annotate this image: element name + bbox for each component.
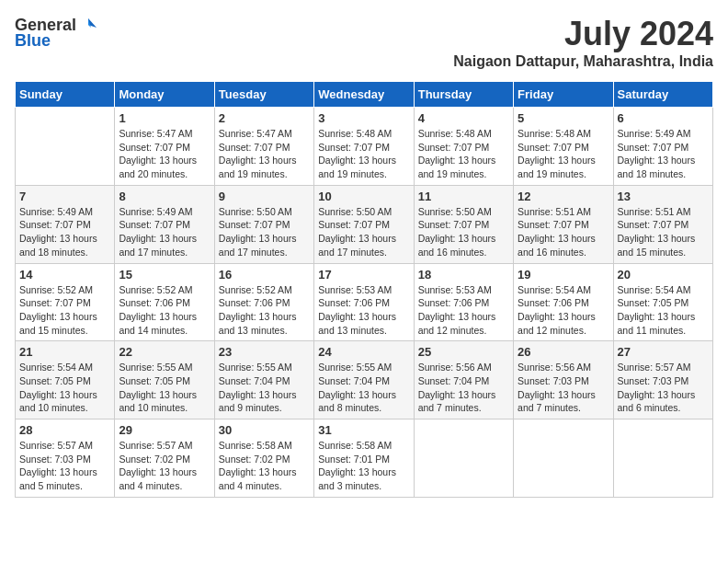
day-number: 31 [318, 423, 409, 437]
day-number: 20 [618, 268, 709, 282]
day-info: Sunrise: 5:57 AMSunset: 7:03 PMDaylight:… [618, 361, 709, 415]
day-number: 19 [518, 268, 609, 282]
day-number: 12 [518, 190, 609, 203]
day-number: 5 [518, 111, 609, 125]
table-row: 22Sunrise: 5:55 AMSunset: 7:05 PMDayligh… [115, 341, 214, 419]
day-info: Sunrise: 5:50 AMSunset: 7:07 PMDaylight:… [219, 205, 310, 259]
table-row: 19Sunrise: 5:54 AMSunset: 7:06 PMDayligh… [514, 263, 613, 341]
day-info: Sunrise: 5:57 AMSunset: 7:03 PMDaylight:… [19, 439, 110, 493]
table-row: 25Sunrise: 5:56 AMSunset: 7:04 PMDayligh… [414, 341, 513, 419]
table-row [16, 108, 115, 186]
day-number: 17 [318, 268, 409, 282]
day-number: 8 [119, 190, 210, 203]
logo: General Blue [15, 15, 98, 51]
day-info: Sunrise: 5:54 AMSunset: 7:05 PMDaylight:… [618, 283, 709, 338]
day-number: 7 [19, 190, 110, 203]
day-info: Sunrise: 5:55 AMSunset: 7:04 PMDaylight:… [219, 361, 310, 415]
table-row: 26Sunrise: 5:56 AMSunset: 7:03 PMDayligh… [514, 341, 613, 419]
col-tuesday: Tuesday [214, 82, 313, 108]
table-row [414, 419, 513, 498]
day-info: Sunrise: 5:53 AMSunset: 7:06 PMDaylight:… [318, 283, 409, 338]
col-thursday: Thursday [414, 82, 513, 108]
day-number: 16 [219, 268, 310, 282]
page-container: General Blue July 2024 Naigaon Dattapur,… [15, 15, 713, 498]
calendar-table: Sunday Monday Tuesday Wednesday Thursday… [15, 81, 713, 498]
day-info: Sunrise: 5:47 AMSunset: 7:07 PMDaylight:… [119, 127, 210, 181]
table-row: 29Sunrise: 5:57 AMSunset: 7:02 PMDayligh… [115, 419, 214, 498]
table-row: 23Sunrise: 5:55 AMSunset: 7:04 PMDayligh… [214, 341, 313, 419]
table-row: 14Sunrise: 5:52 AMSunset: 7:07 PMDayligh… [16, 263, 115, 341]
table-row: 12Sunrise: 5:51 AMSunset: 7:07 PMDayligh… [514, 185, 613, 263]
day-info: Sunrise: 5:50 AMSunset: 7:07 PMDaylight:… [318, 205, 409, 259]
calendar-week-row: 7Sunrise: 5:49 AMSunset: 7:07 PMDaylight… [16, 185, 713, 263]
day-info: Sunrise: 5:49 AMSunset: 7:07 PMDaylight:… [119, 205, 210, 259]
logo-bird-icon [78, 15, 98, 35]
day-number: 27 [618, 345, 709, 359]
day-info: Sunrise: 5:51 AMSunset: 7:07 PMDaylight:… [518, 205, 609, 259]
day-info: Sunrise: 5:55 AMSunset: 7:04 PMDaylight:… [318, 361, 409, 415]
table-row: 20Sunrise: 5:54 AMSunset: 7:05 PMDayligh… [613, 263, 712, 341]
day-info: Sunrise: 5:56 AMSunset: 7:04 PMDaylight:… [418, 361, 509, 415]
header-row: Sunday Monday Tuesday Wednesday Thursday… [16, 82, 713, 108]
month-title: July 2024 [453, 15, 713, 53]
day-number: 18 [418, 268, 509, 282]
day-number: 28 [19, 423, 110, 437]
day-info: Sunrise: 5:54 AMSunset: 7:05 PMDaylight:… [19, 361, 110, 415]
location-title: Naigaon Dattapur, Maharashtra, India [453, 53, 713, 70]
table-row: 31Sunrise: 5:58 AMSunset: 7:01 PMDayligh… [314, 419, 414, 498]
table-row: 30Sunrise: 5:58 AMSunset: 7:02 PMDayligh… [214, 419, 313, 498]
col-monday: Monday [115, 82, 214, 108]
day-info: Sunrise: 5:48 AMSunset: 7:07 PMDaylight:… [418, 127, 509, 181]
day-number: 3 [318, 111, 409, 125]
col-sunday: Sunday [16, 82, 115, 108]
day-info: Sunrise: 5:48 AMSunset: 7:07 PMDaylight:… [318, 127, 409, 181]
day-number: 29 [119, 423, 210, 437]
day-info: Sunrise: 5:50 AMSunset: 7:07 PMDaylight:… [418, 205, 509, 259]
header: General Blue July 2024 Naigaon Dattapur,… [15, 15, 713, 77]
table-row: 11Sunrise: 5:50 AMSunset: 7:07 PMDayligh… [414, 185, 513, 263]
day-info: Sunrise: 5:52 AMSunset: 7:06 PMDaylight:… [219, 283, 310, 338]
table-row [514, 419, 613, 498]
logo-blue-text: Blue [15, 31, 51, 51]
col-friday: Friday [514, 82, 613, 108]
day-number: 26 [518, 345, 609, 359]
day-number: 6 [618, 111, 709, 125]
day-number: 1 [119, 111, 210, 125]
col-saturday: Saturday [613, 82, 712, 108]
day-info: Sunrise: 5:58 AMSunset: 7:01 PMDaylight:… [318, 439, 409, 493]
day-info: Sunrise: 5:55 AMSunset: 7:05 PMDaylight:… [119, 361, 210, 415]
table-row: 18Sunrise: 5:53 AMSunset: 7:06 PMDayligh… [414, 263, 513, 341]
day-info: Sunrise: 5:47 AMSunset: 7:07 PMDaylight:… [219, 127, 310, 181]
day-info: Sunrise: 5:54 AMSunset: 7:06 PMDaylight:… [518, 283, 609, 338]
day-number: 11 [418, 190, 509, 203]
table-row: 1Sunrise: 5:47 AMSunset: 7:07 PMDaylight… [115, 108, 214, 186]
day-number: 10 [318, 190, 409, 203]
calendar-week-row: 21Sunrise: 5:54 AMSunset: 7:05 PMDayligh… [16, 341, 713, 419]
day-info: Sunrise: 5:52 AMSunset: 7:07 PMDaylight:… [19, 283, 110, 338]
table-row: 6Sunrise: 5:49 AMSunset: 7:07 PMDaylight… [613, 108, 712, 186]
day-info: Sunrise: 5:49 AMSunset: 7:07 PMDaylight:… [19, 205, 110, 259]
table-row: 15Sunrise: 5:52 AMSunset: 7:06 PMDayligh… [115, 263, 214, 341]
day-number: 2 [219, 111, 310, 125]
day-number: 21 [19, 345, 110, 359]
table-row: 10Sunrise: 5:50 AMSunset: 7:07 PMDayligh… [314, 185, 414, 263]
table-row: 8Sunrise: 5:49 AMSunset: 7:07 PMDaylight… [115, 185, 214, 263]
table-row: 4Sunrise: 5:48 AMSunset: 7:07 PMDaylight… [414, 108, 513, 186]
day-info: Sunrise: 5:57 AMSunset: 7:02 PMDaylight:… [119, 439, 210, 493]
day-number: 24 [318, 345, 409, 359]
table-row: 24Sunrise: 5:55 AMSunset: 7:04 PMDayligh… [314, 341, 414, 419]
day-info: Sunrise: 5:51 AMSunset: 7:07 PMDaylight:… [618, 205, 709, 259]
table-row: 13Sunrise: 5:51 AMSunset: 7:07 PMDayligh… [613, 185, 712, 263]
calendar-week-row: 28Sunrise: 5:57 AMSunset: 7:03 PMDayligh… [16, 419, 713, 498]
day-info: Sunrise: 5:58 AMSunset: 7:02 PMDaylight:… [219, 439, 310, 493]
day-number: 25 [418, 345, 509, 359]
table-row: 3Sunrise: 5:48 AMSunset: 7:07 PMDaylight… [314, 108, 414, 186]
table-row: 5Sunrise: 5:48 AMSunset: 7:07 PMDaylight… [514, 108, 613, 186]
table-row: 27Sunrise: 5:57 AMSunset: 7:03 PMDayligh… [613, 341, 712, 419]
table-row: 2Sunrise: 5:47 AMSunset: 7:07 PMDaylight… [214, 108, 313, 186]
table-row: 17Sunrise: 5:53 AMSunset: 7:06 PMDayligh… [314, 263, 414, 341]
table-row [613, 419, 712, 498]
day-info: Sunrise: 5:56 AMSunset: 7:03 PMDaylight:… [518, 361, 609, 415]
day-number: 30 [219, 423, 310, 437]
table-row: 9Sunrise: 5:50 AMSunset: 7:07 PMDaylight… [214, 185, 313, 263]
